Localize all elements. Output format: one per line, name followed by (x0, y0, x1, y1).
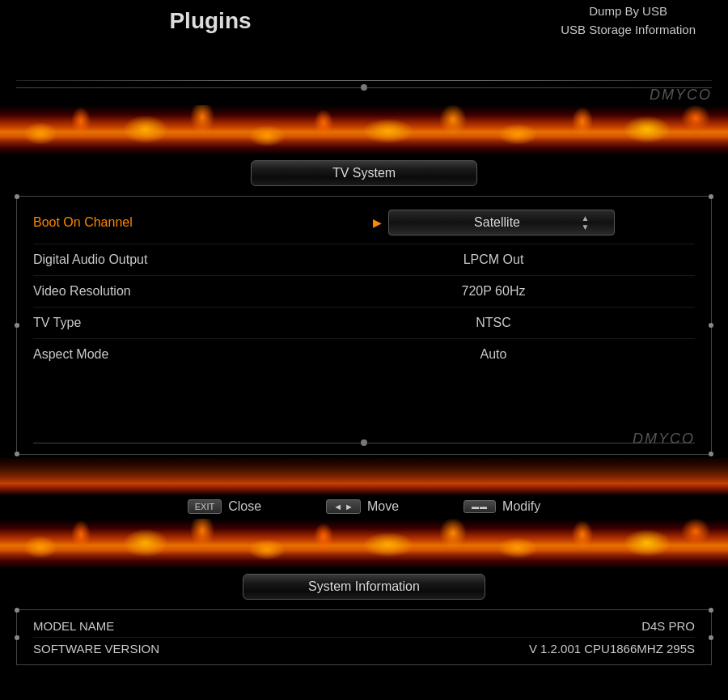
setting-label-aspect: Aspect Mode (33, 347, 292, 362)
move-label: Move (367, 499, 399, 514)
settings-inner: Boot On Channel ▶ Satellite ▲ ▼ Digital … (17, 197, 711, 439)
system-info-border: MODEL NAME D4S PRO SOFTWARE VERSION V 1.… (16, 609, 712, 665)
corner-mr (709, 323, 713, 328)
corner-bl (15, 452, 19, 456)
settings-bottom-sep (33, 439, 695, 454)
fire-band-top (0, 105, 728, 154)
top-right-menu: Dump By USB USB Storage Information (561, 4, 696, 40)
info-value-model: D4S PRO (364, 619, 695, 633)
setting-value-aspect: Auto (292, 347, 695, 362)
info-label-model: MODEL NAME (33, 619, 364, 633)
top-section: Plugins Dump By USB USB Storage Informat… (0, 0, 728, 105)
corner-tl (15, 194, 19, 199)
setting-row-video[interactable]: Video Resolution 720P 60Hz (33, 276, 695, 308)
modify-label: Modify (502, 499, 540, 514)
corner-tr (709, 194, 713, 199)
setting-value-tvtype: NTSC (292, 316, 695, 330)
sysinfo-corner-mr (709, 635, 713, 640)
settings-border: Boot On Channel ▶ Satellite ▲ ▼ Digital … (16, 196, 712, 455)
separator-top (16, 80, 712, 81)
fire-band-bottom (0, 519, 728, 567)
move-key-icon: ◄ ► (326, 499, 361, 514)
fire-band-middle (0, 458, 728, 494)
tv-system-button[interactable]: TV System (251, 160, 477, 186)
modify-key-icon: ▬▬ (463, 500, 496, 513)
boot-arrow-icon: ▶ (373, 216, 382, 229)
tv-system-section: TV System (0, 154, 728, 193)
info-row-model: MODEL NAME D4S PRO (33, 615, 695, 638)
corner-br (709, 452, 713, 456)
watermark-settings: DMYCO (633, 431, 695, 448)
plugins-title: Plugins (65, 8, 356, 34)
system-info-panel: MODEL NAME D4S PRO SOFTWARE VERSION V 1.… (0, 606, 728, 668)
setting-label-tvtype: TV Type (33, 316, 292, 330)
sysinfo-corner-ml (15, 635, 19, 640)
sysinfo-corner-tr (709, 608, 713, 613)
watermark-top: DMYCO (650, 87, 712, 104)
setting-label-video: Video Resolution (33, 284, 292, 299)
control-modify[interactable]: ▬▬ Modify (463, 499, 540, 514)
setting-value-video: 720P 60Hz (292, 284, 695, 299)
info-value-software: V 1.2.001 CPU1866MHZ 295S (364, 642, 695, 655)
setting-row-boot[interactable]: Boot On Channel ▶ Satellite ▲ ▼ (33, 202, 695, 244)
control-move[interactable]: ◄ ► Move (326, 499, 399, 514)
close-label: Close (228, 499, 261, 514)
system-info-button[interactable]: System Information (243, 574, 485, 600)
boot-updown-icon: ▲ ▼ (582, 214, 590, 231)
sysinfo-corner-tl (15, 608, 19, 613)
settings-spacer (33, 370, 695, 435)
setting-value-audio: LPCM Out (292, 252, 695, 267)
controls-bar: EXIT Close ◄ ► Move ▬▬ Modify (0, 494, 728, 519)
setting-row-tvtype[interactable]: TV Type NTSC (33, 308, 695, 339)
info-label-software: SOFTWARE VERSION (33, 642, 364, 655)
setting-label-audio: Digital Audio Output (33, 252, 292, 267)
control-close[interactable]: EXIT Close (188, 499, 261, 514)
corner-ml (15, 323, 19, 328)
system-info-section: System Information (0, 567, 728, 606)
boot-value-text: Satellite (413, 215, 582, 230)
setting-label-boot: Boot On Channel (33, 215, 292, 230)
info-row-software: SOFTWARE VERSION V 1.2.001 CPU1866MHZ 29… (33, 638, 695, 660)
system-info-inner: MODEL NAME D4S PRO SOFTWARE VERSION V 1.… (17, 610, 711, 664)
exit-key-icon: EXIT (188, 499, 222, 514)
setting-value-boot: ▶ Satellite ▲ ▼ (292, 210, 695, 235)
setting-row-aspect[interactable]: Aspect Mode Auto (33, 339, 695, 370)
setting-row-audio[interactable]: Digital Audio Output LPCM Out (33, 244, 695, 276)
settings-panel: Boot On Channel ▶ Satellite ▲ ▼ Digital … (0, 193, 728, 458)
boot-selector[interactable]: Satellite ▲ ▼ (388, 210, 615, 235)
usb-storage-info[interactable]: USB Storage Information (561, 23, 696, 36)
dump-by-usb[interactable]: Dump By USB (561, 4, 696, 18)
separator-bottom (16, 84, 712, 91)
